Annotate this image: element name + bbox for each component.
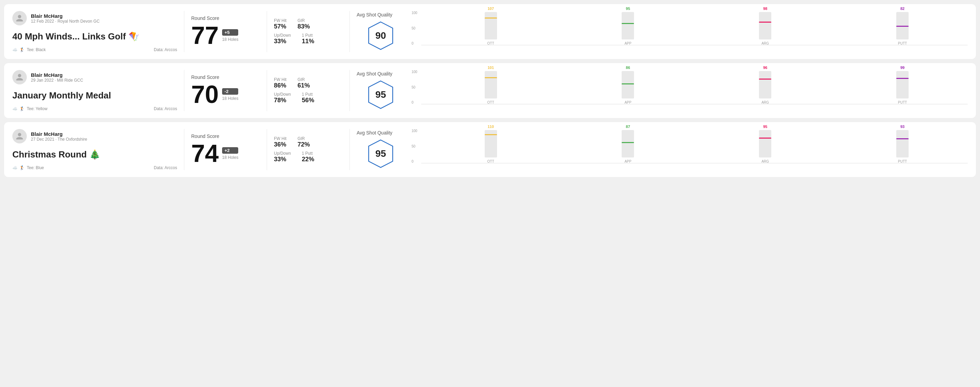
bar-wrapper	[485, 130, 497, 157]
tee-row: ☁️ 🏌️ Tee: Blue Data: Arccos	[12, 165, 177, 170]
chart-section: 100 50 0 101 OTT 86 APP 96 ARG	[405, 70, 968, 111]
bar-group-app: 87 APP	[563, 125, 694, 163]
bar-value: 98	[763, 6, 767, 11]
data-source: Data: Arccos	[154, 106, 177, 111]
bar-wrapper	[896, 130, 908, 157]
gir-stat: GIR 83%	[298, 18, 310, 30]
round-card-round2: Blair McHarg 29 Jan 2022 · Mill Ride GCC…	[4, 63, 976, 118]
player-details: Blair McHarg 12 Feb 2022 · Royal North D…	[31, 13, 100, 24]
score-holes: 18 Holes	[222, 96, 238, 101]
data-source: Data: Arccos	[154, 165, 177, 170]
chart-baseline	[421, 163, 968, 163]
hex-score: 95	[375, 89, 386, 100]
up-down-label: Up/Down	[274, 33, 291, 38]
bar-indicator	[485, 17, 497, 19]
score-badge-col: -2 18 Holes	[222, 88, 238, 101]
y-axis: 100 50 0	[412, 11, 417, 45]
up-down-label: Up/Down	[274, 92, 291, 97]
user-icon	[16, 132, 24, 140]
quality-section: Avg Shot Quality 90	[356, 11, 405, 52]
stats-row-bottom: Up/Down 33% 1 Putt 11%	[274, 33, 342, 45]
bar-fill	[622, 142, 634, 157]
gir-value: 61%	[298, 82, 310, 89]
one-putt-value: 56%	[302, 97, 314, 104]
bar-group-ott: 107 OTT	[426, 6, 556, 45]
data-source: Data: Arccos	[154, 48, 177, 52]
round-card-round1: Blair McHarg 12 Feb 2022 · Royal North D…	[4, 4, 976, 59]
bar-group-putt: 82 PUTT	[837, 6, 968, 45]
player-name: Blair McHarg	[31, 131, 87, 137]
quality-label: Avg Shot Quality	[356, 12, 392, 17]
score-section: Round Score 77 +5 18 Holes	[191, 11, 260, 52]
bar-fill	[896, 26, 908, 40]
fw-hit-stat: FW Hit 36%	[274, 136, 286, 148]
bar-indicator	[622, 23, 634, 24]
bar-fill	[485, 77, 497, 98]
fw-hit-label: FW Hit	[274, 136, 286, 141]
bar-fill	[896, 138, 908, 157]
divider2	[267, 129, 267, 170]
bar-wrapper	[759, 130, 771, 157]
score-diff-badge: -2	[222, 88, 238, 95]
bar-wrapper	[622, 130, 634, 157]
bar-indicator	[622, 142, 634, 143]
gir-value: 72%	[298, 141, 310, 148]
bar-indicator	[759, 79, 771, 79]
avatar	[12, 129, 27, 143]
tee-label: Tee: Yellow	[27, 106, 48, 111]
one-putt-label: 1 Putt	[302, 33, 314, 38]
tee-info: ☁️ 🏌️ Tee: Yellow	[12, 106, 48, 111]
divider	[184, 70, 185, 111]
score-number: 77	[191, 23, 219, 48]
bar-group-putt: 99 PUTT	[837, 65, 968, 104]
stats-row-top: FW Hit 36% GIR 72%	[274, 136, 342, 148]
round-title: 40 Mph Winds... Links Golf 🪁	[12, 31, 177, 42]
one-putt-stat: 1 Putt 22%	[302, 151, 314, 163]
stats-row-top: FW Hit 86% GIR 61%	[274, 77, 342, 89]
bar-value: 110	[487, 125, 493, 128]
bar-indicator	[896, 138, 908, 139]
chart-baseline	[421, 104, 968, 104]
bar-wrapper	[896, 71, 908, 98]
bar-fill	[896, 78, 908, 98]
bar-group-arg: 96 ARG	[700, 65, 830, 104]
player-details: Blair McHarg 29 Jan 2022 · Mill Ride GCC	[31, 72, 83, 82]
divider2	[267, 11, 267, 52]
round-title: January Monthly Medal	[12, 90, 177, 101]
avatar	[12, 11, 27, 25]
bar-group-putt: 93 PUTT	[837, 125, 968, 163]
chart-section: 100 50 0 107 OTT 95 APP 98 ARG	[405, 11, 968, 52]
avatar	[12, 70, 27, 84]
score-diff-badge: +5	[222, 29, 238, 36]
player-info: Blair McHarg 29 Jan 2022 · Mill Ride GCC	[12, 70, 177, 84]
bar-value: 107	[487, 6, 493, 11]
y-axis: 100 50 0	[412, 129, 417, 163]
bar-fill	[485, 134, 497, 157]
bar-indicator	[485, 77, 497, 78]
tee-row: ☁️ 🏌️ Tee: Black Data: Arccos	[12, 48, 177, 52]
tee-label: Tee: Blue	[27, 165, 44, 170]
bar-value: 96	[763, 65, 767, 70]
bar-value: 86	[626, 65, 630, 70]
player-info: Blair McHarg 27 Dec 2021 · The Oxfordshi…	[12, 129, 177, 143]
one-putt-label: 1 Putt	[302, 92, 314, 97]
player-name: Blair McHarg	[31, 13, 100, 19]
fw-hit-stat: FW Hit 57%	[274, 18, 286, 30]
fw-hit-label: FW Hit	[274, 77, 286, 82]
bar-group-arg: 95 ARG	[700, 125, 830, 163]
tee-row: ☁️ 🏌️ Tee: Yellow Data: Arccos	[12, 106, 177, 111]
bag-icon: 🏌️	[19, 106, 25, 111]
score-section: Round Score 70 -2 18 Holes	[191, 70, 260, 111]
bar-indicator	[896, 78, 908, 79]
quality-section: Avg Shot Quality 95	[356, 70, 405, 111]
left-section: Blair McHarg 27 Dec 2021 · The Oxfordshi…	[12, 129, 177, 170]
round-score-label: Round Score	[191, 16, 260, 21]
score-holes: 18 Holes	[222, 37, 238, 42]
bar-wrapper	[759, 71, 771, 98]
weather-icon: ☁️	[12, 106, 18, 111]
bar-indicator	[759, 22, 771, 23]
tee-info: ☁️ 🏌️ Tee: Blue	[12, 165, 44, 170]
one-putt-stat: 1 Putt 11%	[302, 33, 314, 45]
left-section: Blair McHarg 29 Jan 2022 · Mill Ride GCC…	[12, 70, 177, 111]
bar-value: 93	[900, 125, 904, 128]
